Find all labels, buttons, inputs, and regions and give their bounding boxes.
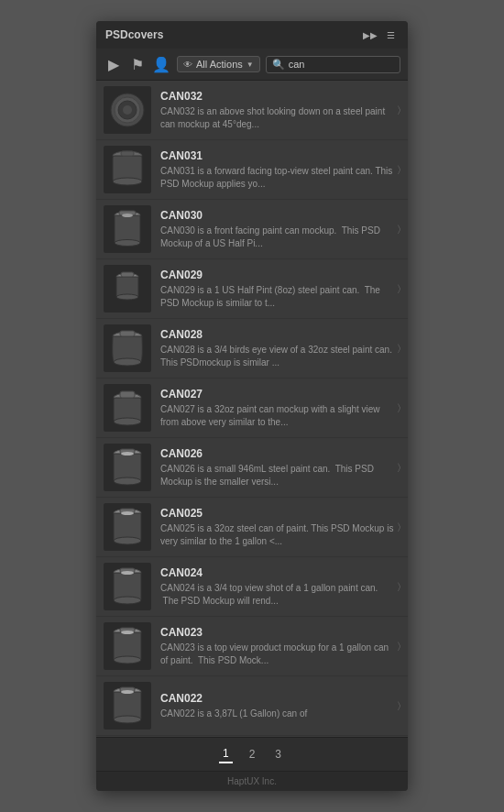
search-box[interactable]: 🔍 <box>266 56 400 73</box>
svg-point-43 <box>121 631 134 634</box>
item-desc: CAN028 is a 3/4 birds eye view of a 32oz… <box>160 344 394 369</box>
svg-rect-19 <box>120 331 135 336</box>
chevron-right-icon: 〉 <box>398 224 400 235</box>
item-info: CAN022 CAN022 is a 3,87L (1 Gallon) can … <box>160 692 394 720</box>
item-info: CAN031 CAN031 is a forward facing top-vi… <box>160 149 394 191</box>
bookmark-icon[interactable]: ⚑ <box>127 54 148 74</box>
search-icon: 🔍 <box>272 59 285 71</box>
svg-point-36 <box>114 597 141 604</box>
list-item[interactable]: CAN025 CAN025 is a 32oz steel can of pai… <box>96 498 408 557</box>
main-panel: PSDcovers ▶▶ ☰ ▶ ⚑ 👤 👁 All Actions ▼ 🔍 <box>96 21 408 791</box>
list-item[interactable]: CAN026 CAN026 is a small 946mL steel pai… <box>96 438 408 498</box>
fast-forward-icon[interactable]: ▶▶ <box>362 27 378 43</box>
svg-point-12 <box>122 214 133 217</box>
footer: HaptUX Inc. <box>96 771 408 791</box>
search-input[interactable] <box>289 59 394 70</box>
svg-point-3 <box>123 105 132 115</box>
item-info: CAN028 CAN028 is a 3/4 birds eye view of… <box>160 328 394 369</box>
item-desc: CAN024 is a 3/4 top view shot of a 1 gal… <box>160 582 394 608</box>
list-item[interactable]: CAN028 CAN028 is a 3/4 birds eye view of… <box>96 319 408 379</box>
panel-header: PSDcovers ▶▶ ☰ <box>96 21 408 49</box>
svg-point-10 <box>115 240 140 247</box>
list-item[interactable]: CAN027 CAN027 is a 32oz paint can mockup… <box>96 379 408 438</box>
svg-rect-9 <box>115 215 140 243</box>
play-icon[interactable]: ▶ <box>104 54 124 74</box>
svg-rect-7 <box>121 151 134 156</box>
item-info: CAN024 CAN024 is a 3/4 top view shot of … <box>160 566 394 608</box>
item-desc: CAN031 is a forward facing top-view stee… <box>160 165 394 191</box>
chevron-right-icon: 〉 <box>398 700 400 711</box>
eye-icon: 👁 <box>183 60 192 70</box>
item-desc: CAN032 is an above shot looking down on … <box>160 105 394 131</box>
toolbar-action-icons: ▶ ⚑ 👤 <box>104 54 171 74</box>
svg-point-18 <box>114 358 141 366</box>
item-thumbnail <box>104 146 151 193</box>
svg-point-28 <box>121 452 134 455</box>
svg-point-46 <box>114 716 141 723</box>
filter-dropdown[interactable]: 👁 All Actions ▼ <box>177 56 260 72</box>
item-info: CAN026 CAN026 is a small 946mL steel pai… <box>160 447 394 488</box>
chevron-right-icon: 〉 <box>398 164 400 175</box>
item-info: CAN029 CAN029 is a 1 US Half Pint (8oz) … <box>160 269 394 310</box>
toolbar: ▶ ⚑ 👤 👁 All Actions ▼ 🔍 <box>96 49 408 81</box>
item-desc: CAN029 is a 1 US Half Pint (8oz) steel p… <box>160 284 394 310</box>
svg-rect-16 <box>121 272 134 277</box>
page-number[interactable]: 1 <box>219 745 233 763</box>
list-item[interactable]: CAN023 CAN023 is a top view product mock… <box>96 617 408 676</box>
svg-point-22 <box>114 418 141 425</box>
svg-rect-23 <box>120 391 135 398</box>
item-title: CAN029 <box>160 269 394 281</box>
chevron-down-icon: ▼ <box>247 60 254 69</box>
page-number[interactable]: 2 <box>246 746 259 763</box>
item-thumbnail <box>104 503 151 551</box>
item-thumbnail <box>104 682 151 730</box>
list-item[interactable]: CAN024 CAN024 is a 3/4 top view shot of … <box>96 557 408 617</box>
svg-point-15 <box>116 294 138 300</box>
svg-point-26 <box>114 477 141 485</box>
list-item[interactable]: CAN032 CAN032 is an above shot looking d… <box>96 81 408 140</box>
chevron-right-icon: 〉 <box>398 641 400 652</box>
item-desc: CAN030 is a front facing paint can mocku… <box>160 225 394 250</box>
item-desc: CAN023 is a top view product mockup for … <box>160 642 394 667</box>
svg-point-33 <box>121 511 134 515</box>
item-title: CAN024 <box>160 566 394 579</box>
item-desc: CAN026 is a small 946mL steel paint can.… <box>160 463 394 488</box>
item-info: CAN032 CAN032 is an above shot looking d… <box>160 90 394 131</box>
footer-text: HaptUX Inc. <box>227 776 277 786</box>
list-item[interactable]: CAN031 CAN031 is a forward facing top-vi… <box>96 140 408 200</box>
item-info: CAN023 CAN023 is a top view product mock… <box>160 626 394 667</box>
item-thumbnail <box>104 205 151 253</box>
list-item[interactable]: CAN029 CAN029 is a 1 US Half Pint (8oz) … <box>96 259 408 319</box>
item-info: CAN027 CAN027 is a 32oz paint can mockup… <box>160 388 394 429</box>
list-item[interactable]: CAN022 CAN022 is a 3,87L (1 Gallon) can … <box>96 676 408 736</box>
chevron-right-icon: 〉 <box>398 521 400 532</box>
item-info: CAN030 CAN030 is a front facing paint ca… <box>160 209 394 250</box>
list-item[interactable]: CAN030 CAN030 is a front facing paint ca… <box>96 200 408 259</box>
svg-point-41 <box>114 656 141 664</box>
item-thumbnail <box>104 86 151 134</box>
item-desc: CAN025 is a 32oz steel can of paint. Thi… <box>160 522 394 548</box>
chevron-right-icon: 〉 <box>398 462 400 473</box>
user-icon[interactable]: 👤 <box>151 54 171 74</box>
chevron-right-icon: 〉 <box>398 581 400 592</box>
svg-point-38 <box>121 571 134 575</box>
item-thumbnail <box>104 265 151 313</box>
header-icons: ▶▶ ☰ <box>362 27 399 43</box>
chevron-right-icon: 〉 <box>398 402 400 413</box>
menu-icon[interactable]: ☰ <box>382 27 399 43</box>
chevron-right-icon: 〉 <box>398 104 400 115</box>
panel-title: PSDcovers <box>105 28 163 41</box>
item-thumbnail <box>104 444 151 491</box>
item-thumbnail <box>104 622 151 670</box>
item-title: CAN022 <box>160 692 394 705</box>
item-title: CAN023 <box>160 626 394 639</box>
item-thumbnail <box>104 384 151 432</box>
filter-label: All Actions <box>196 59 243 70</box>
item-title: CAN028 <box>160 328 394 341</box>
chevron-right-icon: 〉 <box>398 283 400 294</box>
item-thumbnail <box>104 324 151 372</box>
svg-point-48 <box>121 690 134 694</box>
page-number[interactable]: 3 <box>271 746 285 763</box>
item-title: CAN025 <box>160 507 394 520</box>
item-thumbnail <box>104 563 151 610</box>
